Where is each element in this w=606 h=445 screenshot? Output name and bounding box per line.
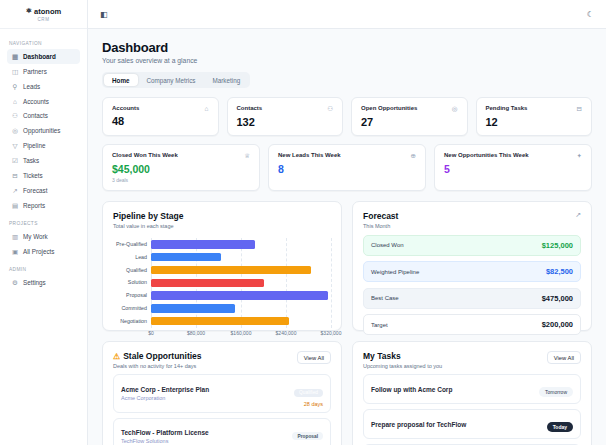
- stat-card-accounts: Accounts⌂48: [102, 97, 219, 136]
- weekly-card-new-opportunities-this-week: New Opportunities This Week✦5: [434, 144, 592, 191]
- sidebar-item-reports[interactable]: ▤Reports: [7, 198, 80, 213]
- stale-panel-subtitle: Deals with no activity for 14+ days: [113, 363, 202, 369]
- forecast-row-weighted-pipeline: Weighted Pipeline$82,500: [363, 261, 581, 282]
- y-axis-label: Negotiation: [113, 315, 151, 328]
- stale-list: Acme Corp - Enterprise PlanAcme Corporat…: [113, 374, 331, 445]
- sidebar-item-accounts[interactable]: ⌂Accounts: [7, 94, 80, 108]
- nav-section-label: Admin: [9, 267, 78, 272]
- bar-lead: [151, 253, 221, 262]
- pipeline-panel-title: Pipeline by Stage: [113, 211, 183, 221]
- sidebar-item-label: Pipeline: [23, 142, 45, 149]
- weekly-card-new-leads-this-week: New Leads This Week⊕8: [268, 144, 426, 191]
- app-name: atonom: [34, 7, 61, 16]
- tab-marketing[interactable]: Marketing: [205, 74, 249, 86]
- page-subtitle: Your sales overview at a glance: [102, 57, 592, 64]
- sidebar-item-leads[interactable]: ⚲Leads: [7, 79, 80, 94]
- weekly-value: 8: [278, 163, 416, 175]
- partners-icon: ◫: [11, 68, 19, 76]
- stat-card-pending-tasks: Pending Tasks⊟12: [476, 97, 593, 136]
- forecast-icon: ↗: [11, 187, 19, 195]
- x-axis-label: $240,000: [276, 330, 297, 336]
- stale-opportunity-item[interactable]: Acme Corp - Enterprise PlanAcme Corporat…: [113, 374, 331, 413]
- task-item[interactable]: Follow up with Acme CorpTomorrow: [363, 374, 581, 404]
- stale-opportunity-item[interactable]: TechFlow - Platform LicenseTechFlow Solu…: [113, 418, 331, 445]
- bar-proposal: [151, 291, 328, 300]
- sidebar-item-forecast[interactable]: ↗Forecast: [7, 183, 80, 198]
- stale-days: 28 days: [294, 401, 323, 407]
- sidebar-item-label: My Work: [23, 233, 48, 240]
- theme-toggle-moon-icon[interactable]: ☾: [587, 10, 594, 19]
- opportunity-title: TechFlow - Platform License: [121, 429, 209, 436]
- bar-solution: [151, 279, 264, 288]
- top-bar: ◧ ☾: [88, 0, 606, 29]
- task-title: Prepare proposal for TechFlow: [371, 421, 466, 428]
- sidebar-item-contacts[interactable]: ⚇Contacts: [7, 108, 80, 123]
- sidebar-item-tasks[interactable]: ☑Tasks: [7, 153, 80, 168]
- stale-view-all-button[interactable]: View All: [297, 351, 331, 364]
- all-projects-icon: ▣: [11, 248, 19, 256]
- nav-section-label: Navigation: [9, 41, 78, 46]
- sidebar-item-label: Reports: [23, 202, 45, 209]
- gridline: [331, 238, 332, 328]
- weekly-label: Closed Won This Week: [112, 152, 178, 158]
- due-badge: Tomorrow: [539, 387, 573, 397]
- forecast-panel-subtitle: This Month: [363, 223, 398, 229]
- sidebar-toggle-icon[interactable]: ◧: [100, 10, 108, 19]
- sidebar-item-tickets[interactable]: ⊟Tickets: [7, 168, 80, 183]
- sidebar-nav: Navigation▦Dashboard◫Partners⚲Leads⌂Acco…: [0, 29, 87, 294]
- task-item[interactable]: Prepare proposal for TechFlowToday: [363, 409, 581, 439]
- tab-company-metrics[interactable]: Company Metrics: [139, 74, 204, 86]
- person-plus-icon: ⊕: [411, 152, 416, 160]
- sidebar-item-label: Forecast: [23, 187, 48, 194]
- stat-label: Accounts: [112, 105, 139, 111]
- tasks-view-all-button[interactable]: View All: [547, 351, 581, 364]
- my-work-icon: ▥: [11, 233, 19, 241]
- stale-opportunities-panel: ⚠ Stale Opportunities Deals with no acti…: [102, 341, 342, 445]
- weekly-card-closed-won-this-week: Closed Won This Week♕$45,0003 deals: [102, 144, 260, 191]
- checklist-icon: ⊟: [577, 105, 582, 113]
- tickets-icon: ⊟: [11, 172, 19, 180]
- chart-bar-row: [151, 238, 331, 251]
- pipeline-panel-subtitle: Total value in each stage: [113, 223, 183, 229]
- x-axis-label: $80,000: [187, 330, 205, 336]
- stat-value: 12: [486, 116, 583, 128]
- sidebar-item-settings[interactable]: ⚙Settings: [7, 275, 80, 290]
- sidebar-item-my-work[interactable]: ▥My Work: [7, 229, 80, 244]
- stat-value: 48: [112, 115, 209, 127]
- trend-icon: ↗: [575, 211, 581, 219]
- bar-committed: [151, 304, 235, 313]
- sidebar-item-label: Opportunities: [23, 127, 60, 134]
- chart-bar-row: [151, 289, 331, 302]
- forecast-row-label: Best Case: [371, 295, 399, 301]
- y-axis-label: Solution: [113, 276, 151, 289]
- reports-icon: ▤: [11, 202, 19, 210]
- bar-pre-qualified: [151, 240, 255, 249]
- sidebar-item-partners[interactable]: ◫Partners: [7, 64, 80, 79]
- chart-y-labels: Pre-QualifiedLeadQualifiedSolutionPropos…: [113, 238, 151, 328]
- sidebar-item-opportunities[interactable]: ◎Opportunities: [7, 123, 80, 138]
- y-axis-label: Proposal: [113, 289, 151, 302]
- bar-negotiation: [151, 317, 289, 326]
- x-axis-label: $160,000: [231, 330, 252, 336]
- tasks-panel-subtitle: Upcoming tasks assigned to you: [363, 363, 442, 369]
- sidebar-item-dashboard[interactable]: ▦Dashboard: [7, 49, 80, 64]
- sidebar: ⚛ atonom CRM Navigation▦Dashboard◫Partne…: [0, 0, 88, 445]
- my-tasks-panel: My Tasks Upcoming tasks assigned to you …: [352, 341, 592, 445]
- page-title: Dashboard: [102, 40, 592, 55]
- stale-panel-title: Stale Opportunities: [123, 351, 201, 361]
- weekly-label: New Opportunities This Week: [444, 152, 529, 158]
- weekly-value: $45,000: [112, 163, 250, 175]
- weekly-value: 5: [444, 163, 582, 175]
- settings-icon: ⚙: [11, 279, 19, 287]
- sidebar-item-all-projects[interactable]: ▣All Projects: [7, 244, 80, 259]
- opportunity-company: TechFlow Solutions: [121, 438, 209, 444]
- weekly-row: Closed Won This Week♕$45,0003 dealsNew L…: [102, 144, 592, 191]
- tasks-list: Follow up with Acme CorpTomorrowPrepare …: [363, 374, 581, 445]
- sidebar-item-pipeline[interactable]: ▽Pipeline: [7, 138, 80, 153]
- leads-icon: ⚲: [11, 83, 19, 91]
- forecast-row-closed-won: Closed Won$125,000: [363, 235, 581, 256]
- tab-home[interactable]: Home: [104, 74, 138, 86]
- chart-bar-row: [151, 251, 331, 264]
- y-axis-label: Committed: [113, 302, 151, 315]
- accounts-icon: ⌂: [11, 98, 19, 105]
